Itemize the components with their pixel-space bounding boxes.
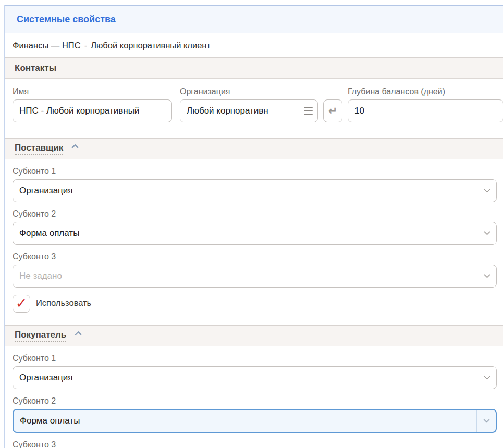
buyer-subkonto1-select[interactable]: Организация — [13, 366, 497, 389]
buyer-subkonto1-label: Субконто 1 — [13, 354, 503, 363]
supplier-subkonto2-label: Субконто 2 — [13, 209, 503, 219]
supplier-subkonto1-value: Организация — [13, 185, 477, 196]
buyer-subkonto2-select[interactable]: Форма оплаты — [13, 409, 497, 433]
supplier-subkonto2-value: Форма оплаты — [13, 228, 477, 239]
buyer-content: Субконто 1 Организация Субконто 2 Форма … — [5, 354, 503, 448]
chevron-down-icon — [484, 271, 490, 278]
supplier-subkonto2-select[interactable]: Форма оплаты — [13, 222, 497, 245]
supplier-content: Субконто 1 Организация Субконто 2 Форма … — [5, 167, 503, 313]
breadcrumb: Финансы — НПС - Любой корпоративный клие… — [5, 33, 503, 57]
breadcrumb-part2: Любой корпоративный клиент — [91, 41, 211, 51]
chevron-up-icon[interactable] — [71, 144, 79, 151]
supplier-subkonto3-label: Субконто 3 — [13, 252, 503, 262]
checkmark-icon: ✓ — [16, 296, 28, 310]
buyer-subkonto1-value: Организация — [13, 372, 477, 383]
page-title: Системные свойства — [17, 14, 116, 25]
section-title-buyer[interactable]: Покупатель — [15, 330, 66, 342]
chevron-down-icon — [484, 186, 490, 193]
supplier-subkonto1-select[interactable]: Организация — [13, 179, 497, 202]
section-title-supplier[interactable]: Поставщик — [15, 143, 63, 155]
organization-enter-button[interactable]: ↵ — [323, 99, 342, 122]
use-checkbox-row: ✓ Использовать — [13, 295, 503, 313]
breadcrumb-separator: - — [84, 41, 88, 51]
contacts-content: Имя Организация ↵ — [5, 79, 503, 138]
buyer-subkonto2-value: Форма оплаты — [14, 416, 476, 426]
dropdown-segment[interactable] — [476, 410, 496, 432]
chevron-down-icon — [483, 416, 490, 423]
enter-icon: ↵ — [328, 105, 338, 117]
dropdown-segment[interactable] — [477, 180, 496, 202]
supplier-subkonto1-label: Субконто 1 — [13, 167, 503, 176]
use-checkbox[interactable]: ✓ — [13, 295, 30, 313]
balance-depth-input[interactable] — [348, 99, 503, 122]
use-checkbox-label[interactable]: Использовать — [36, 298, 91, 309]
buyer-subkonto2-label: Субконто 2 — [13, 396, 503, 406]
organization-input[interactable] — [180, 100, 299, 122]
section-header-supplier: Поставщик — [5, 138, 503, 159]
dropdown-segment[interactable] — [477, 265, 496, 287]
system-properties-panel: Системные свойства Финансы — НПС - Любой… — [4, 5, 503, 448]
section-header-buyer: Покупатель — [5, 325, 503, 346]
organization-list-button[interactable] — [299, 100, 317, 122]
organization-input-group — [180, 99, 318, 122]
menu-icon — [304, 107, 313, 109]
supplier-subkonto3-select[interactable]: Не задано — [13, 265, 497, 288]
chevron-up-icon[interactable] — [75, 331, 82, 338]
buyer-subkonto3-label: Субконто 3 — [13, 440, 503, 448]
breadcrumb-part1: Финансы — НПС — [13, 41, 81, 51]
panel-header: Системные свойства — [5, 5, 503, 33]
organization-label: Организация — [180, 87, 342, 96]
field-balance-depth: Глубина балансов (дней) — [348, 87, 503, 122]
balance-depth-label: Глубина балансов (дней) — [348, 87, 503, 96]
dropdown-segment[interactable] — [477, 222, 496, 244]
section-title-contacts: Контакты — [15, 63, 56, 73]
name-label: Имя — [13, 87, 172, 96]
chevron-down-icon — [484, 373, 490, 380]
field-name: Имя — [13, 87, 172, 122]
dropdown-segment[interactable] — [477, 367, 496, 389]
supplier-subkonto3-placeholder: Не задано — [13, 271, 477, 281]
section-header-contacts: Контакты — [5, 57, 503, 79]
name-input[interactable] — [13, 99, 172, 122]
chevron-down-icon — [484, 229, 490, 235]
field-organization: Организация ↵ — [180, 87, 342, 122]
